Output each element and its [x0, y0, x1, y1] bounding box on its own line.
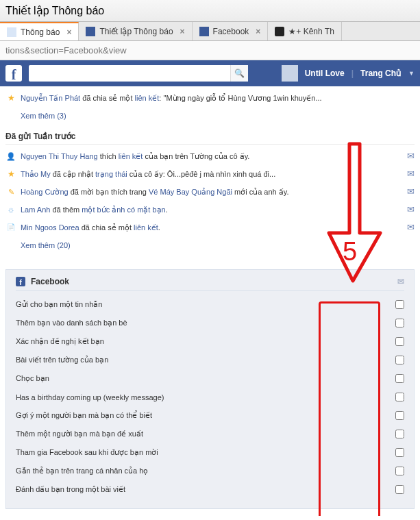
search-input[interactable]: [29, 69, 230, 78]
settings-checkbox[interactable]: [395, 337, 404, 346]
link-ref[interactable]: liên kết: [119, 152, 143, 160]
notif-icon: [5, 169, 16, 179]
close-icon[interactable]: ×: [66, 27, 71, 37]
mail-icon[interactable]: ✉: [407, 186, 415, 197]
notification-row[interactable]: Hoàng Cường đã mời bạn thích trang Vé Má…: [5, 183, 415, 201]
settings-checkbox[interactable]: [395, 300, 404, 309]
tab-label: Facebook: [213, 27, 249, 36]
search-button[interactable]: 🔍: [230, 65, 248, 82]
mail-icon[interactable]: ✉: [407, 151, 415, 162]
tab-facebook[interactable]: Facebook ×: [193, 22, 269, 40]
browser-tabstrip: Thông báo × Thiết lập Thông báo × Facebo…: [0, 22, 420, 41]
mail-icon[interactable]: ✉: [407, 204, 415, 215]
notif-icon: [5, 204, 16, 215]
close-icon[interactable]: ×: [180, 27, 185, 36]
chevron-down-icon[interactable]: ▼: [408, 70, 415, 77]
settings-checkbox[interactable]: [395, 356, 404, 364]
home-link[interactable]: Trang Chủ: [360, 69, 402, 78]
see-more-link[interactable]: Xem thêm (20): [21, 241, 71, 249]
mail-icon[interactable]: ✉: [407, 169, 415, 179]
settings-row: Has a birthday coming up (weekly message…: [16, 388, 404, 406]
settings-row: Đánh dấu bạn trong một bài viết: [16, 480, 404, 499]
link-ref[interactable]: Vé Máy Bay Quảng Ngãi: [149, 188, 232, 196]
settings-row: Chọc bạn: [16, 369, 404, 388]
facebook-mini-icon: f: [16, 277, 25, 286]
settings-panel: f Facebook ✉ Gửi cho bạn một tin nhắnThê…: [5, 269, 415, 509]
settings-checkbox[interactable]: [395, 467, 404, 475]
mail-icon[interactable]: ✉: [407, 222, 415, 233]
notification-row[interactable]: Nguyễn Tấn Phát đã chia sẻ một liên kết:…: [5, 89, 415, 107]
notif-icon: [5, 151, 16, 162]
favicon-doc-icon: [7, 27, 16, 37]
settings-label: Chọc bạn: [16, 374, 395, 383]
close-icon[interactable]: ×: [256, 27, 260, 36]
tab-thongbao[interactable]: Thông báo ×: [0, 22, 79, 40]
url-bar[interactable]: tions&section=Facebook&view: [0, 41, 420, 60]
favicon-kenh-icon: [275, 27, 284, 36]
person-link[interactable]: Thảo My: [21, 170, 51, 178]
facebook-logo-icon[interactable]: f: [5, 65, 22, 82]
settings-row: Bài viết trên tường của bạn: [16, 351, 404, 369]
notification-row[interactable]: Min Ngoos Dorea đã chia sẻ một liên kết.…: [5, 219, 415, 236]
tab-thietlap[interactable]: Thiết lập Thông báo ×: [79, 22, 192, 40]
person-link[interactable]: Min Ngoos Dorea: [21, 223, 79, 232]
settings-label: Gắn thẻ bạn trên trang cá nhân của họ: [16, 467, 395, 475]
settings-label: Thêm một người bạn mà bạn đề xuất: [16, 430, 395, 438]
settings-checkbox[interactable]: [395, 485, 404, 494]
settings-row: Thêm một người bạn mà bạn đề xuất: [16, 425, 404, 443]
notification-row[interactable]: Lam Anh đã thêm một bức ảnh có mặt bạn.✉: [5, 201, 415, 219]
link-ref[interactable]: liên kết: [135, 94, 160, 102]
tab-label: ★+ Kênh Th: [288, 27, 334, 36]
settings-label: Has a birthday coming up (weekly message…: [16, 393, 395, 401]
settings-label: Đánh dấu bạn trong một bài viết: [16, 485, 395, 494]
notification-row[interactable]: Thảo My đã cập nhật trạng thái của cô ấy…: [5, 165, 415, 183]
notif-icon: [5, 222, 16, 233]
settings-label: Thêm bạn vào danh sách bạn bè: [16, 319, 395, 327]
link-ref[interactable]: liên kết: [134, 223, 158, 232]
settings-label: Bài viết trên tường của bạn: [16, 356, 395, 364]
person-link[interactable]: Hoàng Cường: [21, 188, 69, 196]
avatar[interactable]: [282, 65, 298, 82]
tab-label: Thiết lập Thông báo: [99, 27, 173, 36]
search-box: 🔍: [29, 65, 248, 82]
favicon-facebook-icon: [86, 27, 95, 36]
settings-checkbox[interactable]: [395, 448, 404, 457]
tab-kenh[interactable]: ★+ Kênh Th: [268, 22, 342, 40]
link-ref[interactable]: trạng thái: [95, 170, 127, 178]
settings-checkbox[interactable]: [395, 430, 404, 438]
settings-checkbox[interactable]: [395, 411, 404, 420]
notification-row[interactable]: Nguyen Thi Thuy Hang thích liên kết của …: [5, 147, 415, 165]
facebook-topbar: f 🔍 Until Love | Trang Chủ ▼: [0, 60, 420, 86]
settings-checkbox[interactable]: [395, 393, 404, 401]
settings-row: Gắn thẻ bạn trên trang cá nhân của họ: [16, 462, 404, 480]
profile-link[interactable]: Until Love: [305, 69, 345, 78]
search-icon: 🔍: [234, 69, 245, 78]
section-header: Đã gửi Tuần trước: [5, 127, 415, 145]
settings-label: Gửi cho bạn một tin nhắn: [16, 300, 395, 309]
settings-label: Xác nhận đề nghị kết bạn: [16, 337, 395, 346]
settings-row: Gửi cho bạn một tin nhắn: [16, 295, 404, 314]
person-link[interactable]: Nguyen Thi Thuy Hang: [21, 152, 98, 160]
settings-row: Xác nhận đề nghị kết bạn: [16, 332, 404, 351]
settings-label: Gợi ý một người bạn mà bạn có thể biết: [16, 411, 395, 420]
settings-checkbox[interactable]: [395, 319, 404, 327]
link-ref[interactable]: một bức ảnh có mặt bạn: [82, 206, 165, 214]
mail-icon: ✉: [397, 277, 404, 286]
person-link[interactable]: Nguyễn Tấn Phát: [21, 94, 80, 102]
favicon-facebook-icon: [199, 27, 209, 36]
settings-row: Thêm bạn vào danh sách bạn bè: [16, 314, 404, 332]
window-title: Thiết lập Thông báo: [0, 0, 420, 22]
see-more: Xem thêm (20): [5, 236, 415, 257]
see-more: Xem thêm (3): [5, 107, 415, 127]
settings-row: Gợi ý một người bạn mà bạn có thể biết: [16, 406, 404, 425]
settings-row: Tham gia Facebook sau khi được bạn mời: [16, 443, 404, 462]
settings-checkbox[interactable]: [395, 374, 404, 383]
person-link[interactable]: Lam Anh: [21, 206, 50, 214]
notif-icon: [5, 186, 16, 197]
settings-title: Facebook: [31, 277, 69, 286]
divider: |: [351, 69, 354, 78]
see-more-link[interactable]: Xem thêm (3): [21, 112, 66, 120]
settings-label: Tham gia Facebook sau khi được bạn mời: [16, 448, 395, 457]
star-icon: [5, 92, 16, 103]
tab-label: Thông báo: [21, 27, 60, 37]
